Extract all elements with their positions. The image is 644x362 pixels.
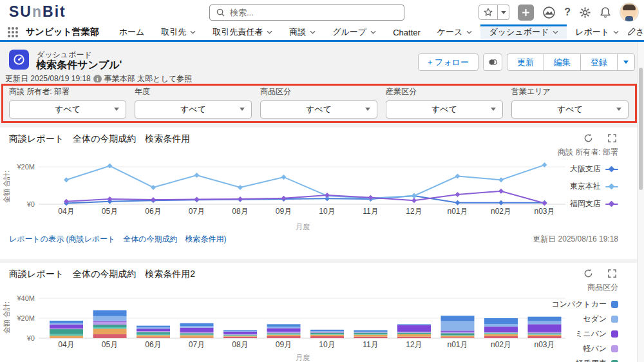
data-point[interactable] bbox=[498, 177, 504, 182]
bar-segment[interactable] bbox=[354, 335, 388, 337]
favorites-dropdown-button[interactable] bbox=[498, 5, 509, 20]
data-point[interactable] bbox=[412, 198, 417, 203]
nav-tab-Chatter[interactable]: Chatter bbox=[384, 24, 429, 40]
bar-segment[interactable] bbox=[484, 334, 518, 336]
bar-segment[interactable] bbox=[50, 336, 83, 338]
bar-segment[interactable] bbox=[267, 327, 301, 328]
legend-item-東京本社[interactable]: 東京本社 bbox=[558, 181, 618, 192]
bar-segment[interactable] bbox=[310, 332, 344, 334]
data-point[interactable] bbox=[498, 189, 504, 194]
nav-tab-ダッシュボード[interactable]: ダッシュボード bbox=[480, 24, 567, 40]
bar-segment[interactable] bbox=[137, 329, 170, 331]
bar-segment[interactable] bbox=[223, 336, 257, 336]
bar-segment[interactable] bbox=[93, 329, 127, 334]
bar-segment[interactable] bbox=[137, 331, 170, 332]
bar-segment[interactable] bbox=[397, 325, 431, 332]
bar-segment[interactable] bbox=[137, 327, 170, 329]
user-avatar[interactable] bbox=[620, 3, 639, 22]
bar-segment[interactable] bbox=[93, 321, 127, 325]
nav-tab-レポート[interactable]: レポート bbox=[567, 24, 627, 40]
bar-segment[interactable] bbox=[137, 337, 170, 338]
bar-segment[interactable] bbox=[354, 330, 388, 332]
bar-segment[interactable] bbox=[137, 335, 170, 337]
bar-segment[interactable] bbox=[223, 336, 257, 336]
global-actions-button[interactable] bbox=[518, 5, 534, 21]
filter-dropdown[interactable]: すべて bbox=[260, 100, 377, 119]
bar-segment[interactable] bbox=[484, 318, 518, 324]
bar-segment[interactable] bbox=[223, 331, 257, 332]
bar-segment[interactable] bbox=[484, 332, 518, 333]
bar-segment[interactable] bbox=[180, 338, 214, 338]
nav-tab-ケース[interactable]: ケース bbox=[429, 24, 481, 40]
bar-segment[interactable] bbox=[180, 335, 214, 338]
bar-segment[interactable] bbox=[354, 332, 388, 332]
more-actions-dropdown[interactable] bbox=[618, 54, 634, 70]
bar-segment[interactable] bbox=[354, 334, 388, 335]
bar-segment[interactable] bbox=[441, 335, 475, 336]
bar-segment[interactable] bbox=[397, 325, 431, 325]
bar-segment[interactable] bbox=[441, 333, 475, 335]
bar-segment[interactable] bbox=[180, 323, 214, 327]
notifications-bell-icon[interactable] bbox=[600, 6, 611, 19]
data-point[interactable] bbox=[455, 174, 460, 179]
filter-dropdown[interactable]: すべて bbox=[9, 100, 126, 119]
follow-button[interactable]: + フォロー bbox=[418, 53, 478, 71]
bar-segment[interactable] bbox=[267, 324, 301, 327]
bar-segment[interactable] bbox=[310, 332, 344, 332]
data-point[interactable] bbox=[238, 196, 243, 202]
setup-gear-icon[interactable] bbox=[579, 6, 591, 19]
bar-segment[interactable] bbox=[50, 329, 83, 329]
bar-segment[interactable] bbox=[180, 335, 214, 336]
data-point[interactable] bbox=[151, 185, 156, 190]
bar-segment[interactable] bbox=[137, 326, 170, 327]
filter-dropdown[interactable]: すべて bbox=[511, 100, 629, 119]
bar-segment[interactable] bbox=[137, 334, 170, 336]
filter-dropdown[interactable]: すべて bbox=[386, 100, 503, 119]
bar-segment[interactable] bbox=[397, 332, 431, 334]
bar-segment[interactable] bbox=[267, 336, 301, 338]
bar-segment[interactable] bbox=[310, 330, 344, 331]
bar-segment[interactable] bbox=[223, 330, 257, 332]
bar-segment[interactable] bbox=[93, 310, 127, 316]
bar-segment[interactable] bbox=[397, 337, 431, 338]
collaboration-icon-button[interactable] bbox=[483, 53, 502, 71]
bar-segment[interactable] bbox=[441, 336, 475, 337]
bar-segment[interactable] bbox=[441, 321, 475, 331]
bar-segment[interactable] bbox=[50, 323, 83, 325]
nav-tab-商談[interactable]: 商談 bbox=[281, 24, 324, 40]
legend-item-コンパクトカー[interactable]: コンパクトカー bbox=[551, 299, 618, 310]
bar-segment[interactable] bbox=[441, 332, 475, 333]
legend-item-ミニバン[interactable]: ミニバン bbox=[551, 329, 618, 339]
bar-segment[interactable] bbox=[354, 337, 388, 338]
bar-segment[interactable] bbox=[310, 331, 344, 332]
data-point[interactable] bbox=[325, 193, 330, 198]
bar-segment[interactable] bbox=[50, 334, 83, 336]
bar-segment[interactable] bbox=[484, 336, 518, 338]
bar-segment[interactable] bbox=[441, 316, 475, 321]
bar-segment[interactable] bbox=[223, 335, 257, 336]
bar-segment[interactable] bbox=[441, 330, 475, 332]
bar-segment[interactable] bbox=[441, 337, 475, 338]
data-point[interactable] bbox=[151, 197, 156, 202]
nav-tab-グループ[interactable]: グループ bbox=[324, 24, 384, 40]
bar-segment[interactable] bbox=[93, 325, 127, 327]
nav-tab-取引先責任者[interactable]: 取引先責任者 bbox=[204, 24, 281, 40]
bar-segment[interactable] bbox=[180, 326, 214, 327]
legend-item-セダン[interactable]: セダン bbox=[551, 314, 618, 325]
bar-segment[interactable] bbox=[310, 332, 344, 333]
data-point[interactable] bbox=[542, 201, 547, 206]
bar-segment[interactable] bbox=[397, 334, 431, 334]
bar-segment[interactable] bbox=[93, 334, 127, 338]
global-search-input[interactable]: 検索... bbox=[209, 5, 404, 21]
legend-item-軽バン[interactable]: 軽バン bbox=[551, 343, 618, 354]
bar-segment[interactable] bbox=[50, 325, 83, 329]
bar-segment[interactable] bbox=[223, 332, 257, 334]
data-point[interactable] bbox=[238, 185, 243, 190]
vertical-scrollbar[interactable] bbox=[637, 42, 644, 362]
data-point[interactable] bbox=[455, 192, 460, 197]
bar-segment[interactable] bbox=[354, 332, 388, 334]
data-point[interactable] bbox=[64, 177, 69, 182]
bar-segment[interactable] bbox=[137, 332, 170, 334]
bar-segment[interactable] bbox=[267, 329, 301, 332]
nav-tab-ホーム[interactable]: ホーム bbox=[111, 24, 153, 40]
